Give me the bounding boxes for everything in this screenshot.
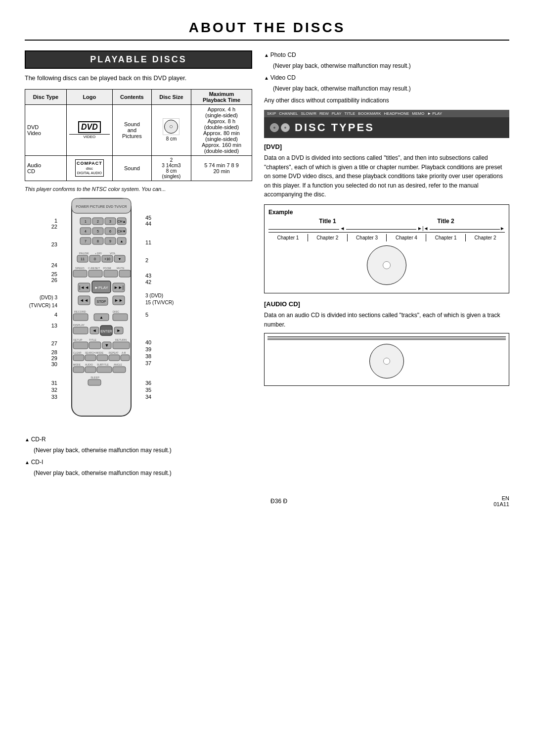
track-line-2: [267, 338, 506, 338]
title-dividers: ◄ ►|◄ ►: [268, 226, 505, 231]
cd-i-label: CD-I: [25, 458, 252, 467]
ntsc-note: This player conforms to the NTSC color s…: [25, 186, 252, 192]
r-label-2: 2: [145, 257, 148, 263]
svg-text:◄◄: ◄◄: [80, 298, 89, 303]
label-25: 25: [51, 271, 57, 277]
svg-text:SEARCH MODE: SEARCH MODE: [85, 351, 104, 354]
label-30: 30: [51, 361, 57, 367]
cd-disc-visual: [369, 344, 404, 378]
remote-right-labels: 45 44 11 2 43 42 3 (DVD) 15 (TV/VCR) 5 4…: [143, 196, 183, 414]
svg-text:4: 4: [85, 230, 87, 233]
svg-rect-85: [73, 355, 84, 361]
svg-rect-86: [85, 355, 96, 361]
svg-rect-77: [89, 342, 101, 349]
example-box: Example Title 1 Title 2 ◄ ►|◄ ► Chapter …: [264, 204, 509, 293]
r-label-44: 44: [145, 221, 151, 227]
svg-rect-42: [73, 270, 87, 277]
svg-text:PAUSE: PAUSE: [79, 252, 89, 255]
svg-text:ENTER: ENTER: [100, 330, 112, 333]
r-label-35: 35: [145, 387, 151, 393]
chapter-1: Chapter 1: [268, 234, 308, 241]
svg-text:RECORD: RECORD: [74, 310, 86, 313]
svg-text:ZOOM: ZOOM: [103, 267, 111, 270]
toolbar-skip: SKIP: [267, 111, 276, 116]
disc-types-section: SKIP CHANNEL SLOW/R REW PLAY TITLE BOOKM…: [264, 110, 509, 138]
photo-cd-label: Photo CD: [264, 50, 509, 59]
track-line-3: [267, 339, 506, 340]
label-33: 33: [51, 394, 57, 400]
track-line-1: [267, 336, 506, 337]
cd-r-text: (Never play back, otherwise malfunction …: [34, 446, 252, 455]
svg-rect-43: [89, 270, 102, 277]
label-31: 31: [51, 380, 57, 386]
footer-center: Ð36 Ð: [270, 498, 287, 505]
svg-rect-76: [73, 342, 88, 349]
page-footer: Ð36 Ð EN 01A11: [25, 495, 509, 507]
r-label-11: 11: [145, 239, 151, 245]
col-contents: Contents: [112, 89, 151, 104]
remote-left-labels: 1 22 23 24 25 26 (DVD) 3 (TV/VCR) 14 4 1…: [25, 196, 59, 414]
cd-type-cell: AudioCD: [25, 155, 67, 181]
disc-table: Disc Type Logo Contents Disc Size Maximu…: [25, 89, 252, 181]
compact-disc-logo: COMPACT disc DIGITAL AUDIO: [75, 159, 104, 177]
r-label-37: 37: [145, 360, 151, 366]
label-13: 13: [51, 323, 57, 329]
cd-logo-cell: COMPACT disc DIGITAL AUDIO: [66, 155, 112, 181]
cd-playback-cell: 5 74 min 7 8 920 min: [191, 155, 252, 181]
audio-cd-diagram: [264, 333, 509, 386]
label-28: 28: [51, 349, 57, 355]
svg-text:STOP: STOP: [97, 300, 106, 303]
track-lines: [267, 336, 506, 340]
col-disc-size: Disc Size: [151, 89, 191, 104]
label-dvd-3: (DVD) 3: [40, 295, 57, 300]
svg-text:MUTE: MUTE: [117, 267, 125, 270]
svg-rect-88: [109, 355, 120, 361]
svg-text:◄: ◄: [92, 328, 97, 333]
audio-cd-description: Data on an audio CD is divided into sect…: [264, 311, 509, 329]
svg-rect-64: [113, 314, 128, 321]
svg-text:RETURN: RETURN: [115, 338, 127, 341]
svg-text:SUBTITLE: SUBTITLE: [97, 363, 109, 366]
svg-text:A-B: A-B: [122, 351, 126, 354]
r-label-36: 36: [145, 380, 151, 386]
svg-text:9: 9: [109, 239, 111, 243]
svg-text:C-RESET: C-RESET: [88, 267, 100, 270]
svg-text:CH▲: CH▲: [117, 220, 126, 223]
svg-rect-45: [119, 270, 131, 277]
label-32: 32: [51, 387, 57, 393]
label-4: 4: [54, 312, 57, 318]
r-label-42: 42: [145, 279, 151, 285]
svg-text:SETUP: SETUP: [73, 338, 83, 341]
svg-rect-59: [73, 314, 88, 321]
example-label: Example: [268, 209, 505, 216]
disc-type-icons: [270, 123, 290, 132]
label-tvcvr-14: (TV/VCR) 14: [29, 303, 57, 308]
svg-text:2: 2: [97, 220, 99, 223]
cd-r-label: CD-R: [25, 435, 252, 444]
svg-rect-97: [113, 367, 126, 373]
svg-text:►PLAY: ►PLAY: [94, 285, 108, 290]
left-column: PLAYABLE DISCS The following discs can b…: [25, 50, 252, 480]
svg-text:VOL: VOL: [110, 252, 116, 255]
dvd-logo-cell: DVD VIDEO: [66, 104, 112, 155]
svg-text:AUDIO: AUDIO: [85, 363, 93, 366]
svg-text:SLEEP: SLEEP: [90, 376, 99, 379]
r-label-tvcvr-15: 15 (TV/VCR): [145, 300, 174, 305]
title-2-label: Title 2: [437, 218, 454, 225]
svg-text:3: 3: [109, 220, 111, 223]
video-cd-text: (Never play back, otherwise malfunction …: [273, 84, 509, 93]
toolbar-rew: REW: [319, 111, 329, 116]
cd-contents-cell: Sound: [112, 155, 151, 181]
label-23: 23: [51, 241, 57, 247]
chapter-3: Chapter 3: [348, 234, 387, 241]
svg-rect-66: [73, 327, 88, 334]
svg-text:►►|: ►►|: [114, 285, 124, 290]
label-24: 24: [51, 262, 57, 268]
toolbar-memo: MEMO: [412, 111, 424, 116]
toolbar-bookmark: BOOKMARK: [358, 111, 381, 116]
svg-text:5: 5: [97, 230, 99, 233]
video-cd-label: Video CD: [264, 73, 509, 82]
dvd-size-label: 8 cm: [154, 136, 188, 142]
page-title: ABOUT THE DISCS: [25, 20, 509, 41]
table-row: DVDVideo DVD VIDEO SoundandPictures: [25, 104, 252, 155]
